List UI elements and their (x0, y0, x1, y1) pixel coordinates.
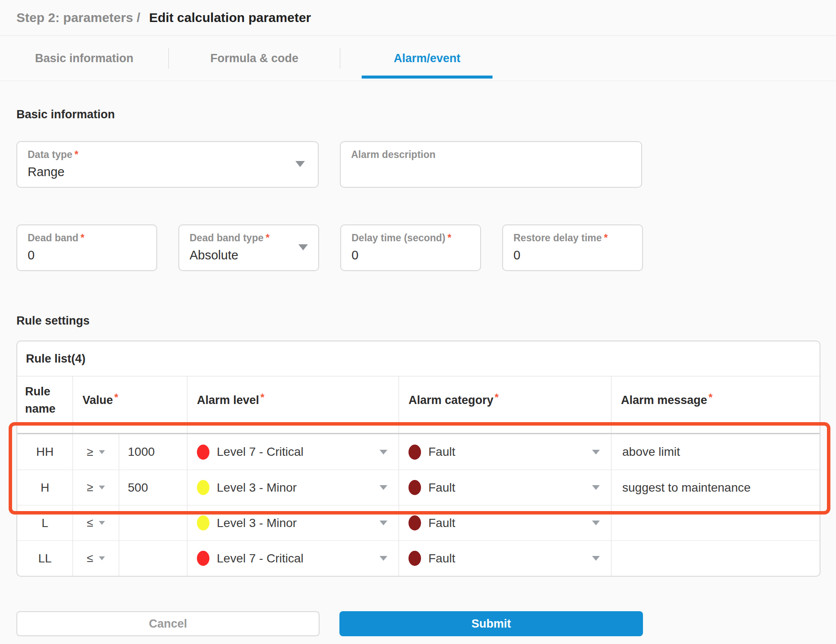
alarm-level-select[interactable]: Level 7 - Critical (187, 434, 399, 470)
alarm-level-value: Level 7 - Critical (217, 445, 380, 459)
table-row-hh: HH ≥ 1000 Level 7 - Critical Fault above… (17, 434, 820, 470)
column-header-text: Alarm category (408, 392, 494, 409)
field-row-1: Data type* Range Alarm description (16, 141, 836, 188)
column-header-alarm-category: Alarm category* (399, 376, 611, 424)
alarm-level-select[interactable]: Level 3 - Minor (187, 505, 399, 540)
spacer-cell (611, 425, 820, 433)
alarm-level-dot-icon (197, 551, 209, 566)
alarm-category-select[interactable]: Fault (399, 470, 611, 505)
rule-list-title: Rule list(4) (26, 352, 86, 366)
table-row-ll: LL ≤ Level 7 - Critical Fault (17, 540, 820, 576)
value-input[interactable]: 500 (119, 470, 187, 505)
alarm-category-dot-icon (408, 445, 421, 460)
value-input[interactable]: 1000 (119, 434, 187, 470)
required-asterisk: * (260, 390, 264, 405)
delay-time-input[interactable]: Delay time (second)* 0 (340, 224, 481, 271)
alarm-category-select[interactable]: Fault (399, 541, 611, 576)
tab-bar: Basic information Formula & code Alarm/e… (0, 36, 836, 81)
breadcrumb: Step 2: parameters / (16, 10, 144, 25)
alarm-level-dot-icon (197, 515, 209, 530)
active-tab-underline (362, 76, 493, 79)
rule-name-cell: L (17, 505, 73, 540)
required-asterisk: * (75, 149, 79, 160)
main-content: Basic information Data type* Range Alarm… (0, 108, 836, 636)
field-label-text: Delay time (second) (352, 232, 445, 243)
field-label: Delay time (second)* (352, 232, 470, 244)
operator-select[interactable]: ≥ (73, 470, 119, 505)
required-asterisk: * (604, 232, 608, 243)
field-label-text: Data type (28, 149, 73, 160)
dead-band-value: 0 (28, 248, 146, 262)
chevron-down-icon (592, 485, 600, 490)
spacer-cell (73, 425, 187, 433)
tab-label: Basic information (35, 52, 133, 65)
chevron-down-icon (592, 521, 600, 525)
operator-value: ≥ (87, 481, 93, 494)
alarm-message-input[interactable]: above limit (611, 434, 820, 470)
restore-delay-time-input[interactable]: Restore delay time* 0 (502, 224, 643, 271)
alarm-category-value: Fault (428, 481, 592, 495)
alarm-category-value: Fault (428, 516, 592, 530)
rule-name-cell: H (17, 470, 73, 505)
submit-button[interactable]: Submit (339, 611, 643, 636)
required-asterisk: * (709, 390, 712, 405)
alarm-message-input[interactable] (611, 541, 820, 576)
tab-label: Formula & code (210, 52, 298, 65)
data-type-select[interactable]: Data type* Range (16, 141, 319, 188)
chevron-down-icon (99, 450, 105, 454)
operator-select[interactable]: ≤ (73, 541, 119, 576)
alarm-category-select[interactable]: Fault (399, 434, 611, 470)
section-title-basic-information: Basic information (16, 108, 836, 121)
tab-basic-information[interactable]: Basic information (0, 36, 168, 81)
spacer-cell (399, 425, 611, 433)
column-header-text: Alarm message (621, 392, 707, 409)
field-label-text: Dead band type (190, 232, 263, 243)
rule-table: Rule list(4) Rule name Value* Alarm leve… (16, 341, 820, 577)
alarm-message-input[interactable]: suggest to maintenance (611, 470, 820, 505)
tab-formula-code[interactable]: Formula & code (169, 36, 340, 81)
operator-value: ≥ (87, 445, 93, 459)
chevron-down-icon (380, 521, 387, 525)
chevron-down-icon (380, 450, 387, 455)
chevron-down-icon (99, 486, 105, 489)
alarm-level-select[interactable]: Level 3 - Minor (187, 470, 399, 505)
operator-select[interactable]: ≤ (73, 505, 119, 540)
alarm-category-value: Fault (428, 552, 592, 565)
required-asterisk: * (81, 232, 85, 243)
page-title: Edit calculation parameter (149, 10, 311, 25)
table-spacer-row (17, 425, 820, 434)
value-input[interactable] (119, 541, 187, 576)
dead-band-input[interactable]: Dead band* 0 (16, 224, 157, 271)
alarm-level-select[interactable]: Level 7 - Critical (187, 541, 399, 576)
alarm-level-value: Level 3 - Minor (217, 481, 380, 495)
alarm-description-input[interactable]: Alarm description (340, 141, 642, 188)
field-label: Dead band type* (190, 232, 308, 244)
cancel-button[interactable]: Cancel (16, 611, 320, 636)
section-title-rule-settings: Rule settings (16, 314, 836, 328)
alarm-message-input[interactable] (611, 505, 820, 540)
value-input[interactable] (119, 505, 187, 540)
dead-band-type-select[interactable]: Dead band type* Absolute (178, 224, 319, 271)
alarm-category-value: Fault (428, 445, 592, 459)
field-row-2: Dead band* 0 Dead band type* Absolute De… (16, 224, 836, 271)
operator-select[interactable]: ≥ (73, 434, 119, 470)
alarm-category-dot-icon (408, 551, 421, 566)
column-header-text: Rule name (25, 383, 60, 417)
field-label: Restore delay time* (513, 232, 632, 244)
restore-delay-time-value: 0 (513, 248, 632, 262)
tab-alarm-event[interactable]: Alarm/event (340, 36, 514, 81)
required-asterisk: * (495, 390, 499, 405)
data-type-value: Range (28, 165, 307, 179)
alarm-level-value: Level 3 - Minor (217, 516, 380, 530)
required-asterisk: * (447, 232, 451, 243)
operator-value: ≤ (87, 516, 93, 530)
operator-value: ≤ (87, 552, 93, 565)
alarm-level-value: Level 7 - Critical (217, 552, 380, 565)
spacer-cell (17, 425, 73, 433)
alarm-level-dot-icon (197, 445, 209, 460)
field-label: Dead band* (28, 232, 146, 244)
rule-list-header: Rule list(4) (17, 341, 820, 376)
chevron-down-icon (295, 161, 305, 167)
alarm-category-select[interactable]: Fault (399, 505, 611, 540)
chevron-down-icon (380, 485, 387, 490)
